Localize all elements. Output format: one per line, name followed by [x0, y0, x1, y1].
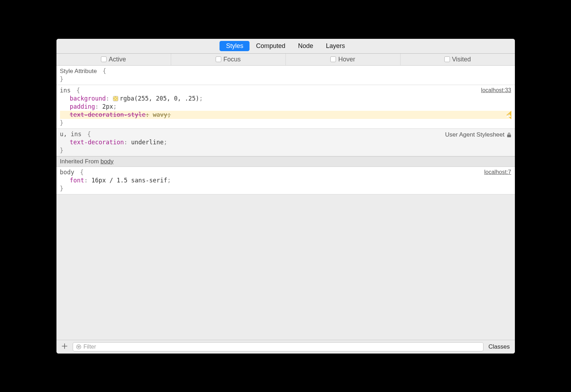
decl-text-decoration-style-invalid[interactable]: text-decoration-style: wavy; [60, 111, 511, 119]
pseudo-visited[interactable]: Visited [401, 54, 515, 65]
tab-node[interactable]: Node [292, 41, 320, 51]
inherited-from-header: Inherited From body [56, 156, 515, 167]
colon: : [106, 95, 109, 102]
pseudo-active-label: Active [109, 56, 126, 63]
semi: ; [167, 111, 171, 118]
color-swatch-icon[interactable] [113, 96, 118, 101]
decl-background[interactable]: background: rgba(255, 205, 0, .25); [60, 95, 511, 103]
lock-icon [507, 132, 511, 138]
tab-styles[interactable]: Styles [220, 41, 250, 51]
tabbar: Styles Computed Node Layers [56, 39, 515, 54]
rule-ins[interactable]: localhost:33 ins { background: rgba(255,… [56, 85, 515, 129]
close-brace: } [60, 147, 64, 154]
val: underline [131, 139, 164, 146]
prop[interactable]: text-decoration-style [70, 111, 146, 118]
decl-text-decoration: text-decoration: underline; [60, 138, 511, 146]
val[interactable]: 16px / 1.5 sans-serif [91, 177, 167, 184]
warning-icon[interactable] [504, 111, 511, 119]
inherited-label: Inherited From [60, 158, 101, 165]
rule-style-attribute[interactable]: Style Attribute { } [56, 66, 515, 85]
pseudo-class-bar: Active Focus Hover Visited [56, 54, 515, 66]
tab-computed[interactable]: Computed [250, 41, 291, 51]
source-link-ins[interactable]: localhost:33 [481, 86, 511, 94]
semi: ; [113, 103, 116, 110]
styles-panel: Styles Computed Node Layers Active Focus… [56, 39, 515, 354]
pseudo-hover-checkbox[interactable] [330, 56, 336, 62]
bottom-bar: Classes [56, 340, 515, 354]
selector-body[interactable]: body [60, 169, 74, 176]
pseudo-visited-checkbox[interactable] [444, 56, 450, 62]
open-brace: { [76, 87, 80, 94]
prop[interactable]: background [70, 95, 106, 102]
filter-input[interactable] [84, 344, 481, 350]
pseudo-focus-checkbox[interactable] [216, 56, 221, 62]
val[interactable]: wavy [153, 111, 167, 118]
inherited-element-link[interactable]: body [101, 158, 114, 165]
decl-padding[interactable]: padding: 2px; [60, 103, 511, 111]
rule-user-agent-u-ins[interactable]: User Agent Stylesheet u, ins { text-deco… [56, 129, 515, 156]
colon: : [95, 103, 98, 110]
user-agent-label: User Agent Stylesheet [445, 131, 511, 139]
selector-u-ins: u, ins [60, 131, 82, 138]
pseudo-hover-label: Hover [338, 56, 355, 63]
source-link-body[interactable]: localhost:7 [484, 168, 511, 176]
rule-body[interactable]: localhost:7 body { font: 16px / 1.5 sans… [56, 167, 515, 194]
semi: ; [164, 139, 167, 146]
val[interactable]: rgba(255, 205, 0, .25) [120, 95, 199, 102]
prop[interactable]: padding [70, 103, 95, 110]
close-brace: } [60, 119, 64, 126]
filter-icon [76, 344, 82, 350]
semi: ; [199, 95, 203, 102]
selector-ins[interactable]: ins [60, 87, 71, 94]
pseudo-hover[interactable]: Hover [286, 54, 401, 65]
open-brace: { [87, 131, 91, 138]
pseudo-active[interactable]: Active [56, 54, 171, 65]
ua-text: User Agent Stylesheet [445, 131, 504, 139]
open-brace: { [103, 67, 106, 74]
colon: : [84, 177, 88, 184]
semi: ; [167, 177, 171, 184]
decl-font[interactable]: font: 16px / 1.5 sans-serif; [60, 176, 511, 185]
style-attribute-header: Style Attribute [60, 68, 97, 74]
colon: : [145, 111, 149, 118]
tab-layers[interactable]: Layers [320, 41, 351, 51]
new-rule-button[interactable] [60, 342, 69, 351]
prop: text-decoration [70, 139, 124, 146]
open-brace: { [80, 169, 84, 176]
classes-button[interactable]: Classes [487, 343, 511, 351]
close-brace: } [60, 76, 64, 83]
pseudo-active-checkbox[interactable] [101, 56, 107, 62]
val[interactable]: 2px [102, 103, 113, 110]
rules-list: Style Attribute { } localhost:33 ins { b… [56, 66, 515, 340]
pseudo-focus-label: Focus [223, 56, 241, 63]
colon: : [124, 139, 127, 146]
pseudo-visited-label: Visited [452, 56, 471, 63]
close-brace: } [60, 185, 64, 192]
filter-field[interactable] [73, 342, 484, 351]
prop[interactable]: font [70, 177, 84, 184]
plus-icon [61, 342, 68, 351]
pseudo-focus[interactable]: Focus [171, 54, 286, 65]
